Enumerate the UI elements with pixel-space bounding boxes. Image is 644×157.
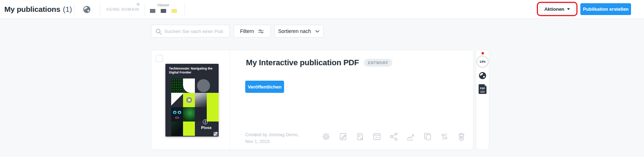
svg-text:</>: </>	[375, 136, 379, 139]
edit-icon[interactable]	[338, 132, 348, 141]
svg-text:A: A	[360, 137, 363, 141]
viewer-label: Viewer	[149, 3, 178, 7]
divider	[100, 3, 100, 16]
publications-page: My publications (1) KEINE DOMAIN Viewer …	[0, 0, 644, 157]
status-badge: ENTWURF	[364, 59, 392, 67]
notification-dot	[481, 52, 484, 54]
page-title-text: My publications	[4, 5, 60, 14]
sort-button-label: Sortieren nach	[278, 28, 311, 34]
search-box	[151, 25, 230, 38]
cover-cell-circle	[197, 79, 210, 92]
no-domain-label[interactable]: KEINE DOMAIN	[106, 7, 139, 11]
pdf-format-icon[interactable]: PDF	[479, 84, 487, 94]
cover-cell-matrix	[171, 78, 183, 93]
cover-title: TechInnovate: Navigating the Digital Fro…	[169, 67, 216, 75]
publication-card: TechInnovate: Navigating the Digital Fro…	[151, 50, 474, 150]
robot-mouth	[175, 117, 179, 119]
filter-sliders-icon	[257, 28, 264, 35]
publication-side-strip: 14% PDF	[476, 50, 489, 150]
cover-cell-lime	[207, 93, 219, 122]
actions-button-label: Aktionen	[544, 6, 565, 12]
create-publication-button[interactable]: Publikation erstellen	[580, 3, 631, 15]
transfer-icon[interactable]	[440, 132, 449, 141]
publish-button[interactable]: Veröffentlichen	[245, 81, 284, 93]
cover-cell-green-photo	[183, 107, 195, 122]
divider	[145, 3, 145, 16]
stats-icon[interactable]	[406, 132, 415, 141]
pdf-line	[480, 91, 485, 92]
search-input[interactable]	[164, 25, 228, 37]
globe-icon[interactable]	[82, 5, 91, 14]
page-fold	[484, 84, 487, 86]
cover-cell-video	[183, 93, 195, 107]
cover-cell-photo-dark	[171, 122, 183, 136]
cover-cell-lime	[183, 122, 195, 136]
top-header: My publications (1) KEINE DOMAIN Viewer …	[0, 0, 644, 19]
filter-button-label: Filtern	[240, 28, 254, 34]
card-action-row: A </>	[321, 132, 466, 141]
caret-down-icon	[567, 8, 570, 10]
select-checkbox[interactable]	[156, 55, 163, 62]
cover-cell-photo	[195, 93, 207, 107]
cover-cell-white-shape	[183, 78, 195, 93]
publications-count: (1)	[63, 5, 72, 14]
delete-icon[interactable]	[457, 132, 466, 141]
robot-eye	[178, 111, 181, 114]
qr-code	[214, 132, 218, 136]
rename-icon[interactable]: A	[355, 132, 365, 141]
page-title: My publications (1)	[4, 0, 72, 19]
pdf-line	[480, 92, 485, 93]
brand-name: Pivox	[199, 125, 214, 130]
web-globe-icon[interactable]	[478, 71, 487, 80]
play-icon	[186, 96, 193, 104]
actions-button[interactable]: Aktionen	[540, 4, 575, 14]
share-icon[interactable]	[389, 132, 398, 141]
domain-status-dot	[137, 3, 140, 6]
completion-progress-value: 14%	[479, 60, 485, 63]
cover-cell-robot	[171, 107, 183, 122]
pdf-format-label: PDF	[479, 87, 487, 90]
embed-icon[interactable]: </>	[372, 132, 382, 141]
search-icon	[155, 28, 162, 35]
completion-progress-ring[interactable]: 14%	[476, 55, 489, 68]
filter-button[interactable]: Filtern	[234, 25, 271, 38]
viewer-theme-widget[interactable]: Viewer	[149, 0, 178, 19]
brand-logo-icon: )	[203, 119, 208, 124]
viewer-swatches	[149, 9, 178, 13]
divider	[74, 3, 74, 16]
sort-button[interactable]: Sortieren nach	[274, 25, 324, 38]
duplicate-icon[interactable]	[423, 132, 432, 141]
settings-icon[interactable]	[321, 132, 331, 141]
divider	[230, 50, 230, 149]
publication-cover-thumbnail[interactable]: TechInnovate: Navigating the Digital Fro…	[165, 64, 219, 137]
publication-title[interactable]: My Interactive publication PDF	[246, 58, 359, 67]
divider	[184, 3, 185, 16]
robot-eye	[173, 111, 177, 114]
chevron-down-icon	[315, 29, 320, 34]
cover-cell-fold	[171, 93, 183, 107]
created-by-text: Created by Joomag Demo, Nov 1, 2023	[245, 132, 303, 146]
